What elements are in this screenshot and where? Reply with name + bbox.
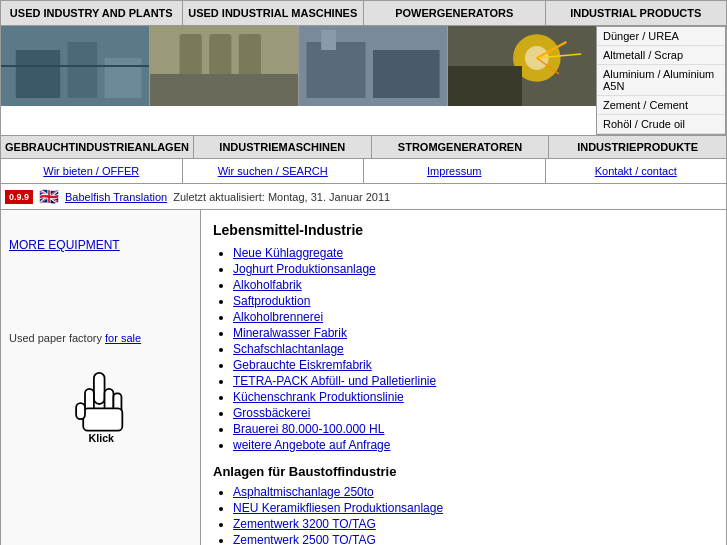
translate-button[interactable]: 0.9.9	[5, 190, 33, 204]
links-nav-link-offer[interactable]: Wir bieten / OFFER	[43, 165, 139, 177]
top-nav-item-powergenerators[interactable]: POWERGENERATORS	[364, 1, 546, 25]
list-item: Alkoholbrennerei	[233, 310, 714, 324]
hand-cursor-icon: Klick	[61, 364, 141, 444]
german-nav-item-strom[interactable]: STROMGENERATOREN	[372, 136, 550, 158]
hero-image-3	[299, 26, 448, 106]
hero-image-2	[150, 26, 299, 106]
sidebar-product-aluminium[interactable]: Aluminium / Aluminium A5N	[597, 65, 725, 96]
sidebar-product-duenger[interactable]: Dünger / UREA	[597, 27, 725, 46]
top-navigation: USED INDUSTRY AND PLANTSUSED INDUSTRIAL …	[0, 0, 727, 26]
section1-list: Neue Kühlaggregate Joghurt Produktionsan…	[213, 246, 714, 452]
list-item: Alkoholfabrik	[233, 278, 714, 292]
hero-image-1	[1, 26, 150, 106]
german-nav-item-industrie[interactable]: INDUSTRIEMASCHINEN	[194, 136, 372, 158]
sidebar-products: Dünger / UREAAltmetall / ScrapAluminium …	[596, 26, 726, 135]
svg-rect-3	[105, 58, 142, 98]
list-item: weitere Angebote auf Anfrage	[233, 438, 714, 452]
top-nav-item-industrial-products[interactable]: INDUSTRIAL PRODUCTS	[546, 1, 727, 25]
section1-link-weitere[interactable]: weitere Angebote auf Anfrage	[233, 438, 390, 452]
list-item: Gebrauchte Eiskremfabrik	[233, 358, 714, 372]
svg-rect-25	[83, 408, 122, 430]
section1-link-schafschlacht[interactable]: Schafschlachtanlage	[233, 342, 344, 356]
section1-link-kuechenschrank[interactable]: Küchenschrank Produktionslinie	[233, 390, 404, 404]
links-nav-item-impressum: Impressum	[364, 159, 546, 183]
links-nav-item-kontakt: Kontakt / contact	[546, 159, 727, 183]
list-item: Brauerei 80.000-100.000 HL	[233, 422, 714, 436]
section1-title: Lebensmittel-Industrie	[213, 222, 714, 238]
used-paper-section: Used paper factory for sale	[9, 332, 192, 344]
section1-link-joghurt[interactable]: Joghurt Produktionsanlage	[233, 262, 376, 276]
section1-link-brauerei[interactable]: Brauerei 80.000-100.000 HL	[233, 422, 384, 436]
main-content: Lebensmittel-Industrie Neue Kühlaggregat…	[201, 210, 726, 545]
list-item: Küchenschrank Produktionslinie	[233, 390, 714, 404]
uk-flag-icon: 🇬🇧	[39, 187, 59, 206]
translation-bar: 0.9.9 🇬🇧 Babelfish Translation Zuletzt a…	[0, 184, 727, 210]
german-navigation: GEBRAUCHTINDUSTRIEANLAGENINDUSTRIEMASCHI…	[0, 136, 727, 159]
hero-images	[1, 26, 596, 106]
svg-rect-12	[373, 50, 440, 98]
section1-link-saftproduktion[interactable]: Saftproduktion	[233, 294, 310, 308]
list-item: Grossbäckerei	[233, 406, 714, 420]
svg-rect-26	[76, 403, 85, 419]
list-item: Zementwerk 2500 TO/TAG	[233, 533, 714, 545]
svg-text:Klick: Klick	[88, 432, 114, 444]
german-nav-item-gebraucht[interactable]: GEBRAUCHTINDUSTRIEANLAGEN	[1, 136, 194, 158]
list-item: Asphaltmischanlage 250to	[233, 485, 714, 499]
section1-link-mineralwasser[interactable]: Mineralwasser Fabrik	[233, 326, 347, 340]
hero-image-4	[448, 26, 596, 106]
svg-rect-9	[150, 74, 298, 106]
last-updated: Zuletzt aktualisiert: Montag, 31. Januar…	[173, 191, 390, 203]
german-nav-item-industrie-produkte[interactable]: INDUSTRIEPRODUKTE	[549, 136, 726, 158]
section1-link-alkoholbrennerei[interactable]: Alkoholbrennerei	[233, 310, 323, 324]
more-equipment-link[interactable]: MORE EQUIPMENT	[9, 238, 192, 252]
left-sidebar: MORE EQUIPMENT Used paper factory for sa…	[1, 210, 201, 545]
section2-title: Anlagen für Baustoffindustrie	[213, 464, 714, 479]
section2-link-keramikfliesen[interactable]: NEU Keramikfliesen Produktionsanlage	[233, 501, 443, 515]
links-nav-link-kontakt[interactable]: Kontakt / contact	[595, 165, 677, 177]
list-item: Joghurt Produktionsanlage	[233, 262, 714, 276]
section1-link-tetrapack[interactable]: TETRA-PACK Abfüll- und Palletierlinie	[233, 374, 436, 388]
list-item: Zementwerk 3200 TO/TAG	[233, 517, 714, 531]
list-item: TETRA-PACK Abfüll- und Palletierlinie	[233, 374, 714, 388]
top-nav-item-used-industry[interactable]: USED INDUSTRY AND PLANTS	[1, 1, 183, 25]
svg-rect-11	[306, 42, 365, 98]
section1-link-grossbaeckerei[interactable]: Grossbäckerei	[233, 406, 310, 420]
links-nav-item-search: Wir suchen / SEARCH	[183, 159, 365, 183]
list-item: NEU Keramikfliesen Produktionsanlage	[233, 501, 714, 515]
content-area: MORE EQUIPMENT Used paper factory for sa…	[0, 210, 727, 545]
svg-rect-20	[448, 66, 522, 106]
sidebar-product-altmetall[interactable]: Altmetall / Scrap	[597, 46, 725, 65]
list-item: Neue Kühlaggregate	[233, 246, 714, 260]
list-item: Mineralwasser Fabrik	[233, 326, 714, 340]
list-item: Saftproduktion	[233, 294, 714, 308]
top-nav-item-used-industrial[interactable]: USED INDUSTRIAL MASCHINES	[183, 1, 365, 25]
links-nav-link-search[interactable]: Wir suchen / SEARCH	[218, 165, 328, 177]
section2-link-zementwerk3200[interactable]: Zementwerk 3200 TO/TAG	[233, 517, 376, 531]
section2-list: Asphaltmischanlage 250toNEU Keramikflies…	[213, 485, 714, 545]
section1-link-eiskrem[interactable]: Gebrauchte Eiskremfabrik	[233, 358, 372, 372]
section2-link-zementwerk2500[interactable]: Zementwerk 2500 TO/TAG	[233, 533, 376, 545]
section1-link-alkoholfabrik[interactable]: Alkoholfabrik	[233, 278, 302, 292]
svg-rect-2	[68, 42, 98, 98]
section2-link-asphalt250[interactable]: Asphaltmischanlage 250to	[233, 485, 374, 499]
list-item: Schafschlachtanlage	[233, 342, 714, 356]
links-nav-link-impressum[interactable]: Impressum	[427, 165, 481, 177]
sidebar-product-rohoel[interactable]: Rohöl / Crude oil	[597, 115, 725, 134]
links-nav-item-offer: Wir bieten / OFFER	[1, 159, 183, 183]
babelfish-label: Babelfish Translation	[65, 191, 167, 203]
svg-rect-21	[93, 373, 104, 404]
used-paper-link[interactable]: for sale	[105, 332, 141, 344]
svg-rect-1	[16, 50, 60, 98]
section1-link-neue-kuehl[interactable]: Neue Kühlaggregate	[233, 246, 343, 260]
links-navigation: Wir bieten / OFFERWir suchen / SEARCHImp…	[0, 159, 727, 184]
svg-rect-13	[321, 30, 336, 50]
klick-cursor-area: Klick	[9, 364, 192, 444]
used-paper-text: Used paper factory	[9, 332, 105, 344]
sidebar-product-zement[interactable]: Zement / Cement	[597, 96, 725, 115]
